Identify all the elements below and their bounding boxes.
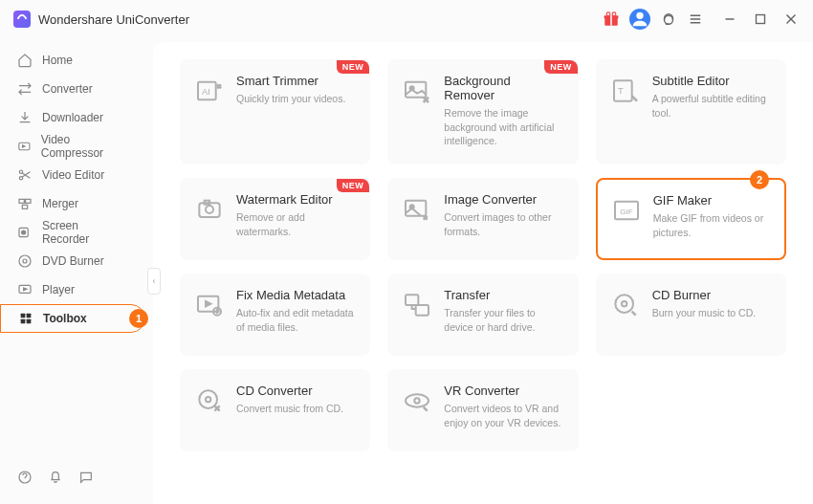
card-desc: Burn your music to CD. xyxy=(652,306,772,320)
svg-point-3 xyxy=(606,12,610,16)
sidebar-item-dvd[interactable]: DVD Burner xyxy=(0,247,145,275)
close-icon[interactable] xyxy=(782,11,800,28)
sidebar-item-editor[interactable]: Video Editor xyxy=(0,161,145,189)
card-icon xyxy=(194,290,225,320)
svg-point-37 xyxy=(206,206,213,213)
card-body: TransferTransfer your files to device or… xyxy=(444,288,563,340)
svg-rect-28 xyxy=(27,319,32,324)
converter-icon xyxy=(17,81,33,97)
card-title: VR Converter xyxy=(444,383,563,398)
support-icon[interactable] xyxy=(660,11,677,28)
card-icon xyxy=(610,290,641,320)
svg-rect-17 xyxy=(19,199,24,203)
new-badge: NEW xyxy=(337,60,370,74)
minimize-icon[interactable] xyxy=(721,11,738,28)
card-title: Subtitle Editor xyxy=(652,74,772,88)
titlebar: Wondershare UniConverter xyxy=(0,0,813,38)
compressor-icon xyxy=(17,139,32,154)
help-icon[interactable] xyxy=(17,470,33,485)
sidebar-item-recorder[interactable]: Screen Recorder xyxy=(0,218,145,247)
feedback-icon[interactable] xyxy=(78,470,94,485)
svg-rect-2 xyxy=(610,15,612,26)
sidebar-item-merger[interactable]: Merger xyxy=(0,189,145,218)
card-body: VR ConverterConvert videos to VR and enj… xyxy=(444,383,563,435)
card-body: CD BurnerBurn your music to CD. xyxy=(652,288,772,340)
svg-point-5 xyxy=(636,12,643,19)
sidebar-item-label: Toolbox xyxy=(43,312,87,325)
toolbox-icon xyxy=(18,311,33,326)
sidebar-item-downloader[interactable]: Downloader xyxy=(0,103,145,132)
svg-rect-18 xyxy=(26,199,31,203)
sidebar: Home Converter Downloader Video Compress… xyxy=(0,38,153,504)
svg-point-22 xyxy=(19,255,31,267)
menu-icon[interactable] xyxy=(687,11,704,28)
toolbox-card-watermark-editor[interactable]: NEWWatermark EditorRemove or add waterma… xyxy=(180,178,370,260)
app-logo-icon xyxy=(13,11,31,28)
toolbox-card-transfer[interactable]: TransferTransfer your files to device or… xyxy=(387,274,578,356)
user-avatar-icon[interactable] xyxy=(629,9,650,30)
card-icon xyxy=(402,385,432,416)
toolbox-card-smart-trimmer[interactable]: NEWAISmart TrimmerQuickly trim your vide… xyxy=(180,59,370,164)
svg-point-6 xyxy=(665,15,673,24)
card-title: Transfer xyxy=(444,288,563,302)
card-desc: Remove or add watermarks. xyxy=(236,210,356,238)
card-title: CD Burner xyxy=(652,288,772,302)
toolbox-card-vr-converter[interactable]: VR ConverterConvert videos to VR and enj… xyxy=(387,369,578,451)
card-body: Image ConverterConvert images to other f… xyxy=(444,192,563,244)
sidebar-item-label: Merger xyxy=(42,197,78,210)
svg-point-48 xyxy=(622,301,626,306)
maximize-icon[interactable] xyxy=(752,11,769,28)
sidebar-item-label: Converter xyxy=(42,82,93,96)
sidebar-badge: 1 xyxy=(129,309,148,328)
card-title: CD Converter xyxy=(236,383,356,398)
toolbox-card-subtitle-editor[interactable]: TSubtitle EditorA powerful subtitle edit… xyxy=(596,59,786,164)
sidebar-item-label: Video Compressor xyxy=(41,133,128,160)
card-body: Watermark EditorRemove or add watermarks… xyxy=(236,192,356,244)
sidebar-item-label: Video Editor xyxy=(42,168,104,182)
titlebar-right xyxy=(603,9,800,30)
svg-text:T: T xyxy=(618,86,624,96)
card-icon xyxy=(194,385,225,416)
card-desc: A powerful subtitle editing tool. xyxy=(652,92,772,120)
sidebar-item-home[interactable]: Home xyxy=(0,46,145,75)
sidebar-item-compressor[interactable]: Video Compressor xyxy=(0,132,145,161)
svg-rect-19 xyxy=(22,205,27,208)
toolbox-card-cd-burner[interactable]: CD BurnerBurn your music to CD. xyxy=(596,274,786,356)
toolbox-card-image-converter[interactable]: Image ConverterConvert images to other f… xyxy=(387,178,578,260)
toolbox-card-background-remover[interactable]: NEWBackground RemoverRemove the image ba… xyxy=(387,59,578,164)
card-desc: Convert images to other formats. xyxy=(444,210,563,238)
card-icon: AI xyxy=(194,76,225,106)
new-badge: NEW xyxy=(337,179,370,192)
sidebar-item-player[interactable]: Player xyxy=(0,275,145,304)
svg-rect-25 xyxy=(21,314,26,318)
card-icon xyxy=(402,290,432,320)
card-icon xyxy=(194,194,225,225)
sidebar-item-converter[interactable]: Converter xyxy=(0,75,145,103)
svg-rect-39 xyxy=(406,201,426,216)
card-title: Fix Media Metadata xyxy=(236,288,356,302)
sidebar-item-toolbox[interactable]: Toolbox1 xyxy=(0,304,145,333)
scissors-icon xyxy=(17,167,33,183)
card-title: GIF Maker xyxy=(653,193,771,208)
card-desc: Make GIF from videos or pictures. xyxy=(653,211,771,239)
sidebar-item-label: Player xyxy=(42,283,75,296)
svg-rect-45 xyxy=(406,295,418,305)
card-body: Subtitle EditorA powerful subtitle editi… xyxy=(652,74,772,148)
svg-point-51 xyxy=(415,398,420,403)
sidebar-item-label: Downloader xyxy=(42,111,103,124)
card-desc: Quickly trim your videos. xyxy=(236,92,356,106)
card-desc: Auto-fix and edit metadata of media file… xyxy=(236,306,356,334)
card-desc: Remove the image background with artific… xyxy=(444,106,563,148)
svg-rect-26 xyxy=(27,314,32,318)
card-body: GIF MakerMake GIF from videos or picture… xyxy=(653,193,771,243)
sidebar-footer xyxy=(0,458,153,496)
gift-icon[interactable] xyxy=(603,11,620,28)
toolbox-card-cd-converter[interactable]: CD ConverterConvert music from CD. xyxy=(180,369,370,451)
toolbox-card-fix-media-metadata[interactable]: Fix Media MetadataAuto-fix and edit meta… xyxy=(180,274,370,356)
svg-point-15 xyxy=(19,170,22,173)
bell-icon[interactable] xyxy=(48,470,63,485)
collapse-sidebar-button[interactable]: ‹ xyxy=(147,268,161,295)
toolbox-card-gif-maker[interactable]: 2GIFGIF MakerMake GIF from videos or pic… xyxy=(596,178,786,260)
toolbox-grid: NEWAISmart TrimmerQuickly trim your vide… xyxy=(180,59,786,451)
card-icon xyxy=(402,194,432,225)
